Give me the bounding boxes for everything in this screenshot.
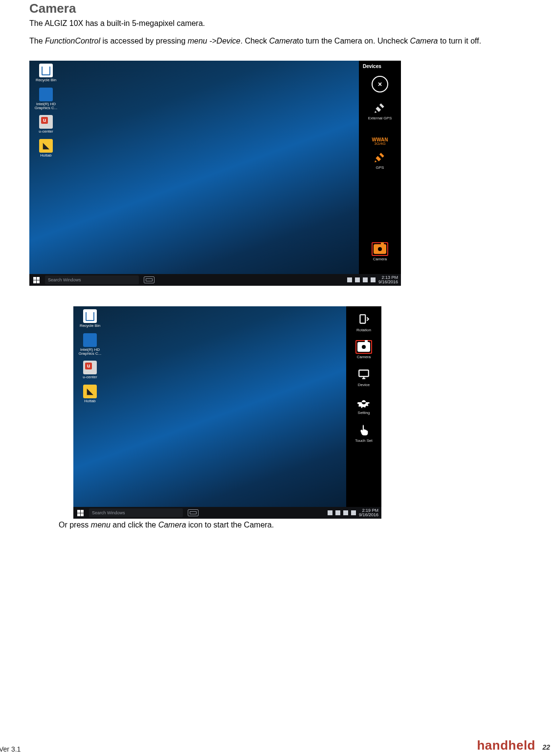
- desktop-icon-intel-graphics[interactable]: Intel(R) HD Graphics C...: [33, 88, 59, 111]
- windows-logo-icon: [77, 510, 84, 516]
- text-italic: Camera: [158, 521, 186, 529]
- tray-icon[interactable]: [371, 277, 376, 282]
- text-italic: FunctionControl: [45, 37, 100, 45]
- highlight-box: [355, 340, 372, 354]
- rotation-button[interactable]: Rotation: [356, 312, 371, 332]
- text-italic: menu: [91, 521, 111, 529]
- icon-label: Hottab: [84, 399, 96, 403]
- highlight-box: [372, 242, 388, 256]
- task-view-button[interactable]: [144, 276, 155, 283]
- start-button[interactable]: [29, 274, 43, 286]
- rotation-icon: [356, 312, 371, 327]
- taskbar-search[interactable]: Search Windows: [45, 275, 139, 284]
- menu-side-panel: Rotation Camera Device Setting: [346, 306, 381, 507]
- tray-icon[interactable]: [351, 510, 356, 515]
- text: The: [29, 37, 45, 45]
- text-italic: menu ->Device: [188, 37, 241, 45]
- wwan-subtext: 3G/4G: [374, 141, 386, 146]
- text-italic: Camera: [410, 37, 438, 45]
- touch-set-button[interactable]: Touch Set: [355, 423, 373, 443]
- version-text: Ver 3.1: [0, 745, 21, 753]
- text: . Check: [241, 37, 269, 45]
- item-label: Camera: [373, 257, 387, 261]
- taskbar-clock[interactable]: 2:13 PM 9/16/2016: [378, 275, 401, 284]
- screenshot-devices-panel: Recycle Bin Intel(R) HD Graphics C... u-…: [29, 61, 401, 286]
- screenshot-menu-panel: Recycle Bin Intel(R) HD Graphics C... u-…: [73, 306, 381, 519]
- item-label: Setting: [358, 411, 370, 415]
- text: to turn the Camera on. Uncheck: [297, 37, 410, 45]
- system-tray[interactable]: [328, 510, 359, 515]
- start-button[interactable]: [73, 507, 87, 519]
- tray-icon[interactable]: [355, 277, 360, 282]
- desktop-icon-hottab[interactable]: ◣Hottab: [77, 385, 103, 403]
- item-label: Camera: [357, 355, 371, 359]
- tray-icon[interactable]: [328, 510, 332, 515]
- tray-icon[interactable]: [347, 277, 352, 282]
- satellite-icon: [373, 100, 387, 115]
- item-label: GPS: [376, 165, 384, 170]
- gear-icon: [356, 395, 371, 410]
- setting-button[interactable]: Setting: [356, 395, 371, 415]
- close-button[interactable]: ×: [372, 76, 388, 92]
- monitor-icon: [356, 367, 371, 382]
- task-view-button[interactable]: [188, 509, 199, 516]
- item-label: External GPS: [368, 116, 392, 120]
- item-label: Device: [358, 383, 370, 387]
- desktop-icon-ucenter[interactable]: u-center: [77, 361, 103, 379]
- panel-title: Devices: [363, 64, 381, 69]
- desktop-icon-recycle-bin[interactable]: Recycle Bin: [77, 309, 103, 328]
- icon-label: Recycle Bin: [36, 78, 56, 82]
- tray-icon[interactable]: [363, 277, 368, 282]
- desktop-icon-intel-graphics[interactable]: Intel(R) HD Graphics C...: [77, 333, 103, 356]
- touch-icon: [356, 423, 371, 437]
- device-button[interactable]: Device: [356, 367, 371, 387]
- taskbar: Search Windows 2:13 PM 9/16/2016: [29, 274, 401, 286]
- camera-icon: [357, 342, 370, 352]
- windows-logo-icon: [33, 277, 40, 283]
- instruction-paragraph: The FunctionControl is accessed by press…: [29, 36, 524, 46]
- icon-label: Hottab: [40, 154, 52, 158]
- desktop-icon-hottab[interactable]: ◣Hottab: [33, 139, 59, 158]
- gps-toggle[interactable]: GPS: [373, 150, 387, 170]
- text: to turn it off.: [438, 37, 482, 45]
- text: is accessed by pressing: [100, 37, 188, 45]
- external-gps-toggle[interactable]: External GPS: [368, 100, 392, 120]
- text: Or press: [59, 521, 91, 529]
- desktop-icons-column: Recycle Bin Intel(R) HD Graphics C... u-…: [33, 64, 59, 162]
- intro-text: The ALGIZ 10X has a built-in 5-megapixel…: [29, 18, 524, 29]
- icon-label: u-center: [39, 130, 53, 134]
- camera-button[interactable]: Camera: [355, 340, 372, 359]
- brand-logo-text: handheld: [477, 738, 535, 753]
- icon-label: u-center: [83, 375, 97, 379]
- desktop-icon-recycle-bin[interactable]: Recycle Bin: [33, 64, 59, 82]
- svg-rect-1: [359, 370, 369, 377]
- taskbar: Search Windows 2:19 PM 9/16/2016: [73, 507, 381, 519]
- desktop-icons-column: Recycle Bin Intel(R) HD Graphics C... u-…: [77, 309, 103, 408]
- item-label: Touch Set: [355, 438, 373, 443]
- caption-text: Or press menu and click the Camera icon …: [59, 521, 524, 529]
- desktop-icon-ucenter[interactable]: u-center: [33, 115, 59, 134]
- clock-date: 9/16/2016: [359, 513, 378, 517]
- text-italic: Camera: [269, 37, 297, 45]
- item-label: Rotation: [356, 328, 371, 332]
- svg-rect-0: [360, 315, 365, 323]
- page-footer: Ver 3.1 handheld: [0, 738, 553, 753]
- devices-side-panel: Devices × External GPS WWAN 3G/4G GPS: [359, 61, 401, 274]
- taskbar-search[interactable]: Search Windows: [89, 508, 183, 517]
- system-tray[interactable]: [347, 277, 378, 282]
- section-heading: Camera: [29, 0, 524, 16]
- icon-label: Recycle Bin: [80, 324, 100, 328]
- icon-label: Intel(R) HD Graphics C...: [78, 348, 102, 356]
- tray-icon[interactable]: [335, 510, 340, 515]
- clock-date: 9/16/2016: [378, 280, 398, 284]
- taskbar-clock[interactable]: 2:19 PM 9/16/2016: [359, 508, 381, 517]
- camera-icon: [374, 244, 386, 254]
- icon-label: Intel(R) HD Graphics C...: [34, 102, 58, 111]
- satellite-icon: [373, 150, 387, 164]
- text: icon to start the Camera.: [186, 521, 274, 529]
- page-number: 22: [542, 743, 550, 751]
- text: and click the: [111, 521, 158, 529]
- close-icon: ×: [372, 76, 388, 92]
- camera-toggle[interactable]: Camera: [372, 242, 388, 261]
- tray-icon[interactable]: [343, 510, 348, 515]
